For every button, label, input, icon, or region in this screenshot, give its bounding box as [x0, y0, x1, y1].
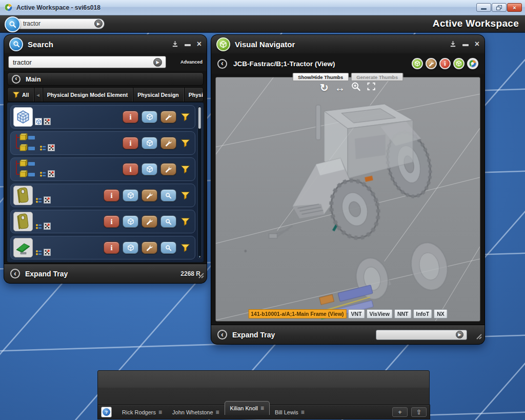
- resize-grip[interactable]: [197, 271, 204, 281]
- help-button[interactable]: ?: [101, 407, 112, 417]
- filter-funnel-button[interactable]: [179, 244, 191, 252]
- result-row[interactable]: i: [10, 105, 195, 129]
- panel-close-icon[interactable]: ×: [197, 40, 201, 48]
- tools-button[interactable]: [160, 111, 176, 123]
- panel-minimize-icon[interactable]: [185, 42, 191, 46]
- info-button[interactable]: i: [123, 137, 138, 149]
- structure-tree-thumbnail[interactable]: [13, 133, 37, 153]
- filter-funnel-button[interactable]: [179, 217, 191, 226]
- back-icon[interactable]: ‹: [12, 75, 21, 84]
- filter-funnel-button[interactable]: [179, 139, 191, 148]
- filter-scroll-left[interactable]: ◂: [34, 88, 42, 102]
- tools-button[interactable]: [160, 137, 176, 149]
- scrollbar-thumb[interactable]: [198, 107, 201, 129]
- tray-search-input[interactable]: ▶: [376, 330, 467, 340]
- view3d-button[interactable]: [142, 163, 157, 175]
- format-tab-visview[interactable]: VisView: [367, 309, 393, 318]
- show-hide-thumbs-button[interactable]: Show/Hide Thumbs: [292, 73, 349, 81]
- part-green-thumbnail[interactable]: [13, 238, 33, 257]
- results-section-bar[interactable]: ‹ Main: [7, 72, 204, 86]
- filter-tab-physical[interactable]: Physical: [184, 88, 204, 102]
- search-go-button[interactable]: ▶: [94, 19, 103, 28]
- raise-windows-button[interactable]: ⇧: [411, 407, 427, 417]
- result-row[interactable]: [10, 262, 195, 263]
- global-search-input[interactable]: tractor: [23, 20, 41, 27]
- filter-funnel-button[interactable]: [179, 113, 191, 122]
- user-tab-rick-rodgers[interactable]: Rick Rodgers≡: [117, 405, 167, 419]
- info-button[interactable]: i: [104, 242, 119, 254]
- resize-grip[interactable]: [475, 332, 482, 342]
- result-row[interactable]: i: [10, 236, 195, 259]
- pin-to-tray-icon[interactable]: [450, 41, 456, 48]
- fit-icon[interactable]: [367, 82, 376, 93]
- selected-part-label[interactable]: 141-b10001-a/A;1-Main Frame (View): [248, 309, 346, 318]
- window-restore-button[interactable]: [492, 3, 507, 12]
- filter-tab-physical-design-model-element[interactable]: Physical Design Model Element: [43, 88, 133, 102]
- pan-icon[interactable]: ↔: [335, 83, 345, 93]
- results-scrollbar[interactable]: ▾: [197, 106, 202, 259]
- menu-icon[interactable]: ≡: [260, 405, 264, 412]
- format-tab-nnt[interactable]: NNT: [394, 309, 412, 318]
- panel-minimize-icon[interactable]: [462, 42, 469, 46]
- result-row[interactable]: i: [10, 210, 195, 233]
- visual-navigator-header[interactable]: Visual Navigator ×: [211, 35, 484, 53]
- expand-tray-icon[interactable]: ‹: [10, 269, 20, 278]
- search-panel-header[interactable]: Search ×: [4, 35, 207, 53]
- user-tab-john-whetstone[interactable]: John Whetstone≡: [167, 405, 225, 419]
- generate-thumbs-button[interactable]: Generate Thumbs: [351, 73, 403, 81]
- zoom-icon[interactable]: [351, 82, 361, 93]
- pin-to-tray-icon[interactable]: [172, 41, 178, 48]
- structure-tree-thumbnail[interactable]: [13, 159, 37, 179]
- search-expand-tray[interactable]: ‹ Expand Tray 2268 R: [4, 264, 207, 283]
- window-titlebar[interactable]: Active Workspace - svi6s018 ×: [0, 0, 525, 15]
- 3d-viewport[interactable]: ↻ ↔: [215, 77, 480, 322]
- view3d-button[interactable]: [142, 111, 157, 123]
- tray-search-go-button[interactable]: ▶: [456, 331, 463, 338]
- info-button[interactable]: i: [123, 111, 138, 123]
- menu-icon[interactable]: ≡: [158, 409, 162, 416]
- tools-button[interactable]: [142, 189, 157, 202]
- user-tab-kilian-knoll[interactable]: Kilian Knoll≡: [225, 401, 270, 415]
- window-close-button[interactable]: ×: [507, 3, 522, 12]
- menu-icon[interactable]: ≡: [216, 409, 219, 416]
- info-button[interactable]: i: [104, 215, 119, 228]
- part-olive-thumbnail[interactable]: [13, 186, 33, 205]
- tools-button[interactable]: [160, 163, 176, 175]
- view3d-button[interactable]: [123, 242, 138, 254]
- info-icon[interactable]: i: [439, 58, 451, 69]
- filter-all-button[interactable]: All: [8, 88, 34, 102]
- filter-tab-physical-design[interactable]: Physical Design: [133, 88, 184, 102]
- result-row[interactable]: i: [10, 184, 195, 207]
- search-button[interactable]: [160, 189, 176, 202]
- menu-icon[interactable]: ≡: [301, 409, 305, 416]
- assembly-cube-thumbnail[interactable]: [13, 107, 33, 127]
- panel-close-icon[interactable]: ×: [475, 40, 479, 48]
- expand-tray-icon[interactable]: ‹: [217, 330, 227, 339]
- scrollbar-down-icon[interactable]: ▾: [198, 255, 201, 259]
- user-tab-bill-lewis[interactable]: Bill Lewis≡: [270, 405, 310, 419]
- view3d-icon[interactable]: [412, 58, 423, 69]
- view3d-button[interactable]: [142, 137, 157, 149]
- tools-button[interactable]: [142, 215, 157, 228]
- search-button[interactable]: [160, 215, 176, 228]
- search-button[interactable]: [160, 242, 176, 254]
- search-submit-button[interactable]: ▶: [153, 58, 162, 67]
- visualization-icon[interactable]: [467, 58, 478, 69]
- format-tab-vnt[interactable]: VNT: [348, 309, 365, 318]
- filter-funnel-button[interactable]: [179, 165, 191, 174]
- format-tab-nx[interactable]: NX: [434, 309, 448, 318]
- back-icon[interactable]: ‹: [217, 59, 227, 69]
- info-button[interactable]: i: [104, 189, 119, 202]
- part-olive-thumbnail[interactable]: [13, 212, 33, 231]
- result-row[interactable]: i: [10, 131, 195, 155]
- view3d-button[interactable]: [123, 215, 138, 228]
- window-minimize-button[interactable]: [476, 3, 491, 12]
- filter-funnel-button[interactable]: [179, 191, 191, 200]
- info-button[interactable]: i: [123, 163, 138, 175]
- format-tab-infot[interactable]: InfoT: [413, 309, 432, 318]
- add-session-button[interactable]: +: [392, 407, 408, 417]
- search-input[interactable]: tractor ▶: [8, 56, 166, 68]
- rotate-icon[interactable]: ↻: [320, 83, 329, 93]
- model-cube-icon[interactable]: [453, 58, 465, 69]
- advanced-search-link[interactable]: Advanced: [180, 59, 203, 65]
